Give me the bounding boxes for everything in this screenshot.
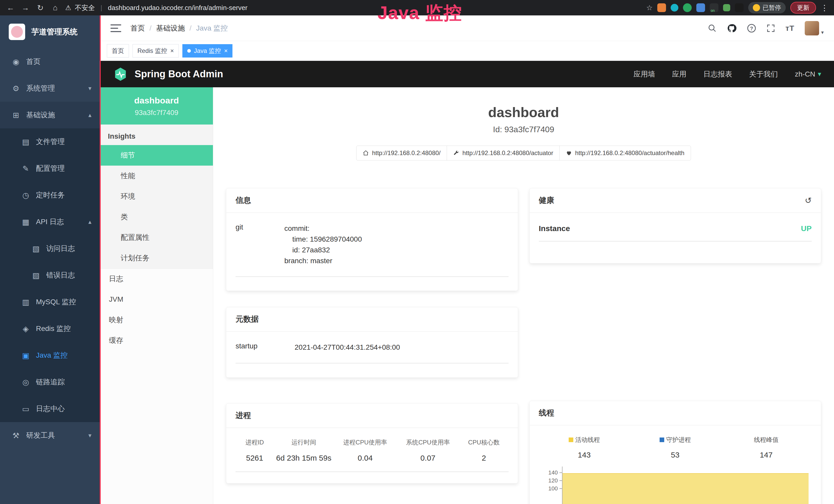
sidebar-item-system-mgmt[interactable]: ⚙ 系统管理 ▾ [0, 75, 100, 102]
status-badge: UP [801, 224, 812, 233]
smiley-icon [753, 4, 760, 11]
fullscreen-icon[interactable] [766, 24, 775, 32]
column-value: 2 [459, 454, 508, 462]
tab-label: Java 监控 [194, 47, 221, 55]
locale-selector[interactable]: zh-CN ▾ [795, 70, 821, 78]
address-bar[interactable]: ⚠ 不安全 | dashboard.yudao.iocoder.cn/infra… [65, 3, 248, 12]
threads-chart: 140 120 100 [539, 466, 812, 504]
hamburger-icon[interactable] [110, 24, 121, 32]
sidebar-item-access-logs[interactable]: ▧ 访问日志 [0, 235, 100, 262]
sidebar-item-redis-monitor[interactable]: ◈ Redis 监控 [0, 315, 100, 342]
sba-nav-applications[interactable]: 应用 [672, 69, 686, 79]
extension-icon[interactable] [735, 3, 744, 12]
info-value-line: branch: master [284, 255, 362, 266]
sidebar-item-trace[interactable]: ◎ 链路追踪 [0, 369, 100, 395]
sba-nav-journal[interactable]: 日志报表 [704, 69, 732, 79]
sidebar-item-mysql-monitor[interactable]: ▥ MySQL 监控 [0, 289, 100, 315]
instance-id-line: Id: 93a3fc7f7409 [213, 125, 834, 134]
sba-item-environment[interactable]: 环境 [100, 186, 213, 207]
timer-icon: ◷ [20, 191, 31, 200]
github-icon[interactable] [727, 23, 737, 33]
tab-java-monitor[interactable]: Java 监控 × [182, 44, 233, 58]
extension-icon[interactable] [671, 4, 678, 12]
sidebar-item-java-monitor[interactable]: ▣ Java 监控 [0, 342, 100, 369]
instance-url-link[interactable]: http://192.168.0.2:48080/ [356, 145, 447, 160]
sidebar-item-dev-tools[interactable]: ⚒ 研发工具 ▾ [0, 422, 100, 449]
sba-nav-wall[interactable]: 应用墙 [634, 69, 655, 79]
health-row-instance: Instance UP [539, 223, 812, 241]
app: 芋道管理系统 ◉ 首页 ⚙ 系统管理 ▾ ⊞ 基础设施 ▴ ▤ [0, 16, 834, 504]
search-icon[interactable] [708, 24, 717, 32]
reload-icon[interactable]: ↻ [36, 3, 45, 12]
sba-item-details[interactable]: 细节 [100, 145, 213, 166]
sba-item-metrics[interactable]: 性能 [100, 166, 213, 186]
sidebar-item-error-logs[interactable]: ▨ 错误日志 [0, 262, 100, 289]
sidebar-item-infrastructure[interactable]: ⊞ 基础设施 ▴ [0, 102, 100, 129]
extension-icon[interactable] [657, 3, 666, 12]
sba-item-caches[interactable]: 缓存 [100, 330, 213, 351]
info-row-git: git commit: time: 1596289704000 id: 27aa… [236, 223, 509, 277]
sba-item-mappings[interactable]: 映射 [100, 310, 213, 330]
info-value-line: commit: [284, 223, 362, 234]
font-size-icon[interactable]: тT [786, 24, 794, 32]
sba-nav-about[interactable]: 关于我们 [749, 69, 778, 79]
sba-instance-header: dashboard 93a3fc7f7409 [100, 87, 213, 124]
chevron-down-icon: ▾ [818, 70, 821, 78]
sidebar-item-home[interactable]: ◉ 首页 [0, 48, 100, 75]
threads-legend: 活动线程 143 守护进程 [539, 436, 812, 459]
breadcrumb-infrastructure[interactable]: 基础设施 [156, 23, 185, 33]
metadata-card: 元数据 startup 2021-04-27T00:44:31.254+08:0… [226, 307, 518, 378]
extension-icon[interactable] [723, 4, 730, 11]
user-menu[interactable]: ▾ [805, 21, 824, 36]
bookmark-star-icon[interactable]: ☆ [646, 4, 653, 12]
home-icon[interactable]: ⌂ [50, 3, 60, 12]
sba-item-classes[interactable]: 类 [100, 207, 213, 227]
browser-menu-icon[interactable]: ⋮ [821, 3, 828, 12]
link-url: http://192.168.0.2:48080/ [372, 150, 440, 157]
tab-home[interactable]: 首页 [107, 44, 129, 58]
forward-icon[interactable]: → [21, 3, 30, 12]
annotation-text: Java 监控 [378, 1, 462, 25]
sidebar-item-api-logs[interactable]: ▦ API 日志 ▴ [0, 208, 100, 235]
sba-nav: 应用墙 应用 日志报表 关于我们 zh-CN ▾ [634, 69, 821, 79]
chevron-up-icon: ▴ [88, 111, 91, 119]
logo-avatar [9, 24, 25, 40]
back-icon[interactable]: ← [6, 3, 16, 12]
sidebar-item-config-mgmt[interactable]: ✎ 配置管理 [0, 155, 100, 182]
link-url: http://192.168.0.2:48080/actuator/health [575, 150, 684, 157]
extension-icon[interactable] [683, 3, 692, 12]
close-icon[interactable]: × [224, 47, 227, 54]
topbar: 首页 / 基础设施 / Java 监控 ? [100, 16, 834, 41]
sidebar-item-label: Redis 监控 [36, 324, 71, 334]
sba-item-logs[interactable]: 日志 [100, 269, 213, 289]
close-icon[interactable]: × [170, 47, 174, 54]
help-icon[interactable]: ? [747, 24, 756, 33]
card-body: 活动线程 143 守护进程 [530, 426, 821, 504]
sidebar-item-label: API 日志 [36, 217, 64, 227]
y-tick-label: 140 [548, 469, 558, 476]
tab-redis-monitor[interactable]: Redis 监控 × [133, 44, 179, 58]
sba-item-scheduled-tasks[interactable]: 计划任务 [100, 248, 213, 268]
chevron-down-icon: ▾ [821, 29, 824, 36]
actuator-url-link[interactable]: http://192.168.0.2:48080/actuator [447, 145, 560, 160]
sba-brand[interactable]: Spring Boot Admin [135, 69, 223, 79]
health-card: 健康 ↺ Instance UP [529, 188, 821, 264]
process-col-uptime: 运行时间 6d 23h 15m 59s [274, 438, 334, 462]
breadcrumb-home[interactable]: 首页 [130, 23, 145, 33]
chevron-down-icon: ▾ [88, 85, 91, 92]
chevron-up-icon: ▴ [88, 218, 91, 225]
extension-icon[interactable] [696, 3, 705, 12]
extension-icon[interactable] [710, 3, 719, 12]
card-header: 进程 [226, 404, 518, 428]
health-url-link[interactable]: http://192.168.0.2:48080/actuator/health [559, 145, 691, 160]
sidebar-item-log-center[interactable]: ▭ 日志中心 [0, 395, 100, 422]
card-body: 进程ID 5261 运行时间 6d 23h 15m 59s [226, 428, 518, 483]
history-icon[interactable]: ↺ [805, 196, 812, 205]
sba-item-jvm[interactable]: JVM [100, 289, 213, 310]
update-button[interactable]: 更新 [790, 2, 816, 14]
sidebar-item-scheduled-tasks[interactable]: ◷ 定时任务 [0, 182, 100, 208]
sba-item-config-props[interactable]: 配置属性 [100, 227, 213, 248]
paused-badge[interactable]: 已暂停 [748, 2, 786, 13]
sidebar-item-file-mgmt[interactable]: ▤ 文件管理 [0, 129, 100, 155]
sidebar-item-label: 研发工具 [26, 431, 55, 440]
